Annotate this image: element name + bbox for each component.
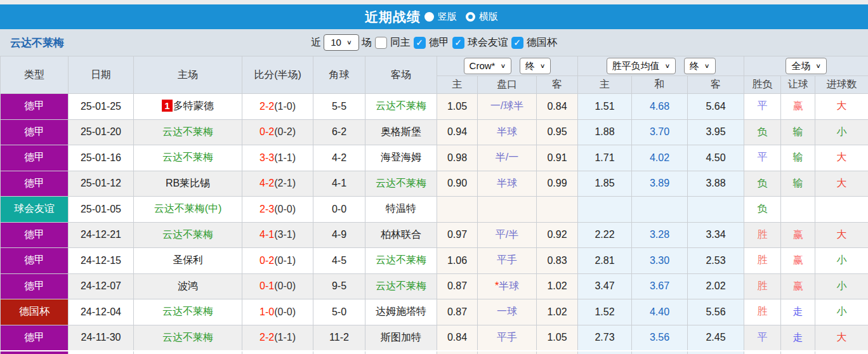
cell-goals: 小 [815, 273, 868, 299]
cell-date: 25-01-16 [69, 145, 134, 171]
table-row: 球会友谊25-01-05云达不莱梅(中)2-3(0-0)0-0特温特负 [1, 197, 868, 223]
cell-result: 胜 [744, 273, 781, 299]
cell-avg-draw: 3.30 [632, 248, 688, 274]
cell-home-team: 云达不莱梅 [134, 299, 242, 325]
cell-away-team: 达姆施塔特 [365, 299, 437, 325]
cell-handicap: 半球 [478, 171, 537, 197]
cell-competition: 德甲 [1, 119, 69, 145]
cell-result: 胜 [744, 222, 781, 248]
filter-bar: 云达不莱梅 近 10∨ 场 同主 ✓ 德甲 ✓ 球会友谊 ✓ 德国杯 [0, 29, 868, 56]
cell-away-team: 海登海姆 [365, 145, 437, 171]
layout-radio-horizontal-label[interactable]: 横版 [479, 11, 498, 23]
filter-label-dfb-pokal[interactable]: 德国杯 [527, 36, 557, 49]
cell-goals: 大 [815, 94, 868, 120]
cell-avg-draw [632, 197, 688, 223]
cell-avg-draw: 4.68 [632, 94, 688, 120]
cell-handicap-result: 走 [781, 299, 815, 325]
cell-result: 负 [744, 171, 781, 197]
filter-checkbox-club-friendly[interactable]: ✓ [452, 37, 464, 49]
cell-avg-home: 3.47 [578, 273, 632, 299]
recent-results-panel: 近期战绩 竖版 横版 云达不莱梅 近 10∨ 场 同主 ✓ 德甲 ✓ 球会友谊 … [0, 0, 868, 354]
cell-avg-home: 1.85 [578, 171, 632, 197]
cell-competition: 德甲 [1, 325, 69, 351]
col-header-odds-home: 主 [437, 76, 478, 94]
chevron-down-icon: ∨ [704, 61, 710, 71]
filter-checkbox-bundesliga[interactable]: ✓ [414, 37, 426, 49]
filter-checkbox-dfb-pokal[interactable]: ✓ [511, 37, 523, 49]
cell-away-team: 斯图加特 [365, 325, 437, 351]
cell-handicap-result: 输 [781, 145, 815, 171]
cell-odds-home: 0.87 [437, 273, 478, 299]
avg-type-select[interactable]: 胜平负均值∨ [607, 58, 676, 74]
cell-result: 负 [744, 119, 781, 145]
cell-handicap: 一球 [478, 299, 537, 325]
cell-home-team: 云达不莱梅 [134, 325, 242, 351]
cell-home-team: 1多特蒙德 [134, 94, 242, 120]
cell-avg-draw: 3.70 [632, 119, 688, 145]
cell-home-team: 云达不莱梅 [134, 145, 242, 171]
recent-count-select[interactable]: 10∨ [324, 34, 358, 51]
same-venue-checkbox[interactable] [375, 37, 387, 49]
cell-odds-home: 0.98 [437, 145, 478, 171]
cell-competition: 德甲 [1, 94, 69, 120]
cell-avg-away: 4.50 [688, 145, 744, 171]
cell-away-team: 云达不莱梅 [365, 248, 437, 274]
cell-score: 4-2(2-1) [242, 171, 313, 197]
scope-select[interactable]: 全场∨ [786, 58, 827, 74]
results-table: 类型 日期 主场 比分(半场) 角球 客场 Crow*∨ 终∨ 胜平负均值∨ 终… [0, 56, 868, 354]
same-venue-label[interactable]: 同主 [390, 36, 411, 49]
cell-handicap-result [781, 197, 815, 223]
cell-odds-away: 0.91 [537, 145, 578, 171]
cell-odds-away [537, 197, 578, 223]
table-row: 德甲25-01-20云达不莱梅0-2(0-2)6-2奥格斯堡0.94半球0.95… [1, 119, 868, 145]
results-tbody: 德甲25-01-251多特蒙德2-2(1-0)5-5云达不莱梅1.05一/球半0… [1, 94, 868, 354]
cell-corner: 0-0 [313, 197, 365, 223]
cell-competition: 球会友谊 [1, 197, 69, 223]
cell-corner: 5-5 [313, 94, 365, 120]
recent-label: 近 [311, 36, 321, 49]
cell-avg-away: 2.53 [688, 248, 744, 274]
cell-avg-home: 2.81 [578, 248, 632, 274]
cell-odds-away: 0.95 [537, 119, 578, 145]
odds-time-select[interactable]: 终∨ [520, 58, 551, 74]
cell-goals: 大 [815, 171, 868, 197]
table-row: 德国杯24-12-04云达不莱梅1-0(0-0)5-0达姆施塔特0.87一球1.… [1, 299, 868, 325]
cell-odds-away: 0.92 [537, 222, 578, 248]
cell-handicap-result: 赢 [781, 94, 815, 120]
matches-label: 场 [362, 36, 372, 49]
title-bar: 近期战绩 竖版 横版 [0, 4, 868, 29]
odds-group-header: Crow*∨ 终∨ [437, 56, 578, 76]
cell-avg-home: 2.22 [578, 222, 632, 248]
cell-goals: 小 [815, 119, 868, 145]
cell-odds-home: 0.97 [437, 222, 478, 248]
table-row: 德甲24-12-07波鸿0-1(0-0)9-5云达不莱梅0.87*半球1.023… [1, 273, 868, 299]
layout-radio-horizontal[interactable] [466, 12, 475, 22]
cell-avg-home: 2.73 [578, 325, 632, 351]
col-header-avg-away: 客 [688, 76, 744, 94]
cell-corner: 9-5 [313, 273, 365, 299]
cell-handicap: 一/球半 [478, 94, 537, 120]
layout-radio-vertical-label[interactable]: 竖版 [438, 11, 457, 23]
odds-company-select[interactable]: Crow*∨ [464, 58, 512, 74]
filter-label-bundesliga[interactable]: 德甲 [429, 36, 449, 49]
cell-handicap: 半球 [478, 119, 537, 145]
avg-group-header: 胜平负均值∨ 终∨ [578, 56, 744, 76]
col-header-corner: 角球 [313, 56, 365, 94]
table-row: 德甲25-01-12RB莱比锡4-2(2-1)4-1云达不莱梅0.90半球0.9… [1, 171, 868, 197]
cell-corner: 4-2 [313, 145, 365, 171]
layout-radio-vertical[interactable] [424, 12, 434, 22]
cell-away-team: 特温特 [365, 197, 437, 223]
cell-score: 2-2(1-1) [242, 325, 313, 351]
cell-odds-home: 0.84 [437, 325, 478, 351]
cell-score: 2-3(0-0) [242, 197, 313, 223]
cell-odds-home: 0.90 [437, 171, 478, 197]
cell-avg-away: 5.56 [688, 299, 744, 325]
col-header-odds-away: 客 [537, 76, 578, 94]
cell-score: 3-3(1-1) [242, 145, 313, 171]
table-row-partial [1, 351, 868, 354]
chevron-down-icon: ∨ [346, 37, 352, 48]
cell-avg-home [578, 197, 632, 223]
filter-label-club-friendly[interactable]: 球会友谊 [468, 36, 508, 49]
cell-competition: 德国杯 [1, 299, 69, 325]
avg-time-select[interactable]: 终∨ [684, 58, 716, 74]
